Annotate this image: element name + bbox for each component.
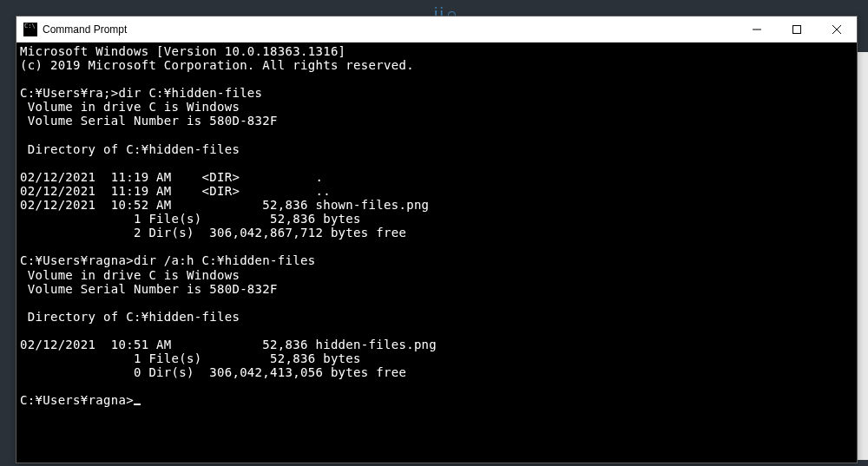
cmd-icon: C:\ (23, 23, 37, 36)
cursor (134, 404, 141, 405)
background-panel (858, 52, 868, 460)
svg-rect-1 (793, 25, 801, 33)
close-button[interactable] (817, 16, 857, 42)
minimize-button[interactable] (737, 16, 777, 42)
terminal-output: Microsoft Windows [Version 10.0.18363.13… (20, 44, 437, 407)
terminal-area[interactable]: Microsoft Windows [Version 10.0.18363.13… (16, 43, 857, 463)
window-title: Command Prompt (43, 23, 737, 36)
window-controls (737, 16, 857, 42)
maximize-button[interactable] (777, 16, 817, 42)
titlebar[interactable]: C:\ Command Prompt (16, 16, 857, 43)
command-prompt-window: C:\ Command Prompt Microsoft Windows [Ve… (16, 16, 858, 463)
